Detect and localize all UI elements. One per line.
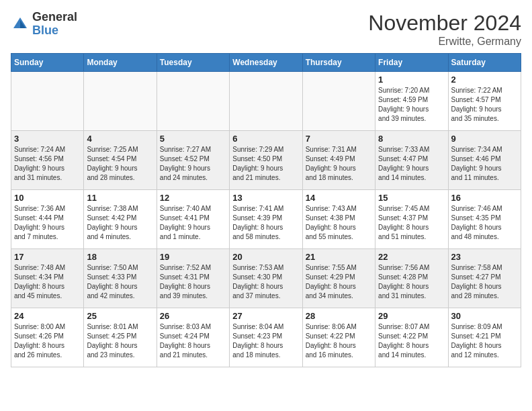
calendar-cell: 29Sunrise: 8:07 AM Sunset: 4:22 PM Dayli… [375,308,448,367]
calendar-cell: 8Sunrise: 7:33 AM Sunset: 4:47 PM Daylig… [375,131,448,190]
calendar-cell: 15Sunrise: 7:45 AM Sunset: 4:37 PM Dayli… [375,190,448,249]
calendar-week-5: 24Sunrise: 8:00 AM Sunset: 4:26 PM Dayli… [11,308,521,367]
calendar-cell [11,72,84,131]
calendar-cell: 22Sunrise: 7:56 AM Sunset: 4:28 PM Dayli… [375,249,448,308]
calendar-cell: 26Sunrise: 8:03 AM Sunset: 4:24 PM Dayli… [157,308,229,367]
day-info: Sunrise: 7:29 AM Sunset: 4:50 PM Dayligh… [232,145,299,183]
day-info: Sunrise: 7:58 AM Sunset: 4:27 PM Dayligh… [451,263,518,301]
day-number: 21 [306,252,372,262]
header-wednesday: Wednesday [230,54,302,72]
day-info: Sunrise: 8:03 AM Sunset: 4:24 PM Dayligh… [160,322,226,360]
day-number: 15 [378,193,445,203]
calendar-cell: 9Sunrise: 7:34 AM Sunset: 4:46 PM Daylig… [448,131,521,190]
day-number: 7 [306,134,372,144]
day-number: 12 [160,193,226,203]
day-info: Sunrise: 7:52 AM Sunset: 4:31 PM Dayligh… [160,263,226,301]
day-info: Sunrise: 7:45 AM Sunset: 4:37 PM Dayligh… [378,204,445,242]
day-info: Sunrise: 7:25 AM Sunset: 4:54 PM Dayligh… [87,145,153,183]
day-number: 8 [378,134,445,144]
calendar-cell: 24Sunrise: 8:00 AM Sunset: 4:26 PM Dayli… [11,308,84,367]
day-info: Sunrise: 7:22 AM Sunset: 4:57 PM Dayligh… [451,86,518,124]
header-saturday: Saturday [448,54,521,72]
calendar-cell: 27Sunrise: 8:04 AM Sunset: 4:23 PM Dayli… [230,308,302,367]
calendar-table: SundayMondayTuesdayWednesdayThursdayFrid… [11,53,521,367]
calendar-cell: 1Sunrise: 7:20 AM Sunset: 4:59 PM Daylig… [375,72,448,131]
day-number: 6 [232,134,299,144]
day-info: Sunrise: 7:48 AM Sunset: 4:34 PM Dayligh… [14,263,81,301]
day-number: 28 [306,311,372,321]
day-info: Sunrise: 7:50 AM Sunset: 4:33 PM Dayligh… [87,263,153,301]
calendar-cell [302,72,375,131]
day-info: Sunrise: 8:00 AM Sunset: 4:26 PM Dayligh… [14,322,81,360]
calendar-week-1: 1Sunrise: 7:20 AM Sunset: 4:59 PM Daylig… [11,72,521,131]
calendar-cell: 20Sunrise: 7:53 AM Sunset: 4:30 PM Dayli… [230,249,302,308]
day-info: Sunrise: 8:04 AM Sunset: 4:23 PM Dayligh… [232,322,299,360]
logo-blue: Blue [32,24,77,38]
day-info: Sunrise: 7:27 AM Sunset: 4:52 PM Dayligh… [160,145,226,183]
day-number: 19 [160,252,226,262]
location-title: Erwitte, Germany [368,36,521,48]
calendar-cell: 16Sunrise: 7:46 AM Sunset: 4:35 PM Dayli… [448,190,521,249]
day-number: 13 [232,193,299,203]
day-number: 5 [160,134,226,144]
day-info: Sunrise: 7:53 AM Sunset: 4:30 PM Dayligh… [232,263,299,301]
day-number: 1 [378,75,445,85]
calendar-cell: 28Sunrise: 8:06 AM Sunset: 4:22 PM Dayli… [302,308,375,367]
calendar-cell: 19Sunrise: 7:52 AM Sunset: 4:31 PM Dayli… [157,249,229,308]
calendar-cell: 3Sunrise: 7:24 AM Sunset: 4:56 PM Daylig… [11,131,84,190]
calendar-cell: 30Sunrise: 8:09 AM Sunset: 4:21 PM Dayli… [448,308,521,367]
calendar-week-3: 10Sunrise: 7:36 AM Sunset: 4:44 PM Dayli… [11,190,521,249]
calendar-cell: 18Sunrise: 7:50 AM Sunset: 4:33 PM Dayli… [84,249,157,308]
title-block: November 2024 Erwitte, Germany [368,11,521,48]
calendar-cell: 11Sunrise: 7:38 AM Sunset: 4:42 PM Dayli… [84,190,157,249]
day-number: 29 [378,311,445,321]
day-number: 25 [87,311,153,321]
day-number: 10 [14,193,81,203]
day-number: 17 [14,252,81,262]
day-info: Sunrise: 8:06 AM Sunset: 4:22 PM Dayligh… [306,322,372,360]
day-number: 30 [451,311,518,321]
calendar-cell: 12Sunrise: 7:40 AM Sunset: 4:41 PM Dayli… [157,190,229,249]
day-number: 20 [232,252,299,262]
day-number: 9 [451,134,518,144]
calendar-cell: 4Sunrise: 7:25 AM Sunset: 4:54 PM Daylig… [84,131,157,190]
day-number: 24 [14,311,81,321]
day-info: Sunrise: 7:43 AM Sunset: 4:38 PM Dayligh… [306,204,372,242]
day-info: Sunrise: 7:33 AM Sunset: 4:47 PM Dayligh… [378,145,445,183]
calendar-cell: 23Sunrise: 7:58 AM Sunset: 4:27 PM Dayli… [448,249,521,308]
calendar-cell: 21Sunrise: 7:55 AM Sunset: 4:29 PM Dayli… [302,249,375,308]
day-info: Sunrise: 7:24 AM Sunset: 4:56 PM Dayligh… [14,145,81,183]
calendar-cell: 13Sunrise: 7:41 AM Sunset: 4:39 PM Dayli… [230,190,302,249]
calendar-cell [84,72,157,131]
calendar-week-4: 17Sunrise: 7:48 AM Sunset: 4:34 PM Dayli… [11,249,521,308]
day-number: 2 [451,75,518,85]
calendar-cell: 2Sunrise: 7:22 AM Sunset: 4:57 PM Daylig… [448,72,521,131]
header-tuesday: Tuesday [157,54,229,72]
day-info: Sunrise: 7:40 AM Sunset: 4:41 PM Dayligh… [160,204,226,242]
calendar-cell [230,72,302,131]
calendar-cell: 6Sunrise: 7:29 AM Sunset: 4:50 PM Daylig… [230,131,302,190]
day-info: Sunrise: 8:09 AM Sunset: 4:21 PM Dayligh… [451,322,518,360]
page-header: General Blue November 2024 Erwitte, Germ… [11,11,521,48]
day-number: 27 [232,311,299,321]
day-info: Sunrise: 7:56 AM Sunset: 4:28 PM Dayligh… [378,263,445,301]
day-info: Sunrise: 8:01 AM Sunset: 4:25 PM Dayligh… [87,322,153,360]
calendar-cell: 25Sunrise: 8:01 AM Sunset: 4:25 PM Dayli… [84,308,157,367]
calendar-header-row: SundayMondayTuesdayWednesdayThursdayFrid… [11,54,521,72]
calendar-cell: 7Sunrise: 7:31 AM Sunset: 4:49 PM Daylig… [302,131,375,190]
calendar-cell: 14Sunrise: 7:43 AM Sunset: 4:38 PM Dayli… [302,190,375,249]
logo: General Blue [11,11,77,38]
day-number: 14 [306,193,372,203]
header-thursday: Thursday [302,54,375,72]
logo-icon [11,15,30,34]
day-info: Sunrise: 7:55 AM Sunset: 4:29 PM Dayligh… [306,263,372,301]
day-info: Sunrise: 7:34 AM Sunset: 4:46 PM Dayligh… [451,145,518,183]
day-number: 18 [87,252,153,262]
day-number: 23 [451,252,518,262]
day-info: Sunrise: 7:38 AM Sunset: 4:42 PM Dayligh… [87,204,153,242]
day-number: 11 [87,193,153,203]
day-number: 26 [160,311,226,321]
day-number: 16 [451,193,518,203]
header-sunday: Sunday [11,54,84,72]
day-info: Sunrise: 7:46 AM Sunset: 4:35 PM Dayligh… [451,204,518,242]
